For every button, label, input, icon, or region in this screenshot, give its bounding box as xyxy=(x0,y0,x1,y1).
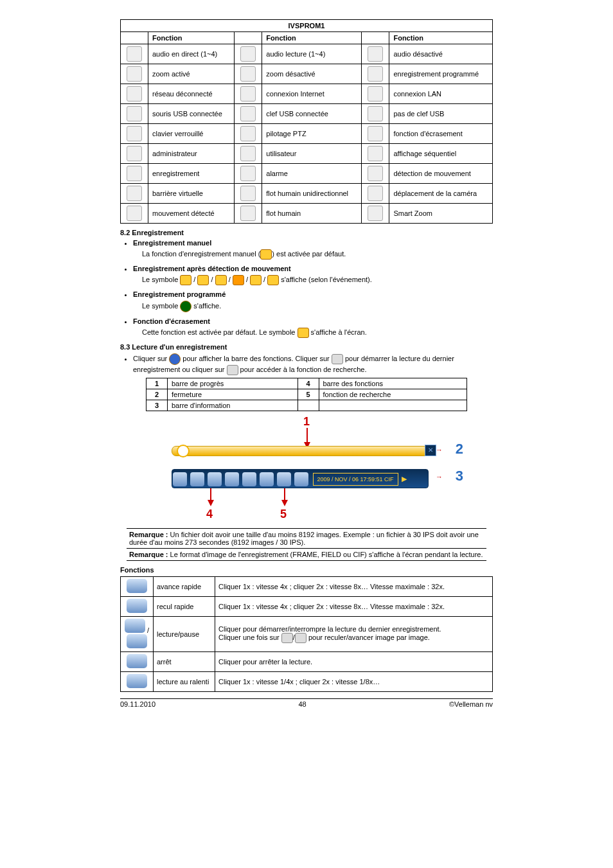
rewind-button[interactable] xyxy=(190,472,204,486)
cell: enregistrement programmé xyxy=(389,64,493,84)
section-8-2-list: Enregistrement manuel La fonction d'enre… xyxy=(120,239,493,338)
func-name: avance rapide xyxy=(154,577,215,597)
func-desc: Cliquer 1x : vitesse 4x ; cliquer 2x : v… xyxy=(215,577,493,597)
camera-move-icon xyxy=(250,275,262,285)
play-icon xyxy=(125,619,145,633)
cell: barrière virtuelle xyxy=(148,184,235,204)
info-bar: 2009 / NOV / 06 17:59:51 CIF xyxy=(313,473,398,486)
footer-page: 48 xyxy=(120,700,493,708)
col-header-1: Fonction xyxy=(148,32,235,44)
skip-back-button[interactable] xyxy=(173,472,187,486)
cell: clef USB connectée xyxy=(262,104,362,124)
footer-copyright: ©Velleman nv xyxy=(449,700,493,708)
cell: connexion LAN xyxy=(389,84,493,104)
rec-motion-body: Le symbole / / / / / s'affiche (selon l'… xyxy=(142,275,493,285)
motion-icon xyxy=(368,166,383,181)
cell: Smart Zoom xyxy=(389,204,493,224)
annotation-5: 5 xyxy=(280,508,287,521)
cell: audio désactivé xyxy=(389,44,493,64)
cell: clavier verrouillé xyxy=(148,124,235,144)
admin-icon xyxy=(127,146,142,161)
cell: audio lecture (1~4) xyxy=(262,44,362,64)
note-1-label: Remarque : xyxy=(129,531,168,538)
col-header-3: Fonction xyxy=(389,32,493,44)
annotation-4: 4 xyxy=(206,508,213,521)
rec-timer-head: Enregistrement programmé xyxy=(133,290,226,298)
func-desc: Cliquer 1x : vitesse 1/4x ; cliquer 2x :… xyxy=(215,672,493,692)
functions-title: Fonctions xyxy=(120,566,493,574)
timer-rec-icon xyxy=(180,301,191,312)
functions-table: avance rapide Cliquer 1x : vitesse 4x ; … xyxy=(120,576,493,692)
flow-oneway-icon xyxy=(240,186,256,201)
usb-mouse-icon xyxy=(127,106,142,121)
overwrite-body: Cette fonction est activée par défaut. L… xyxy=(142,328,493,338)
skip-forward-button[interactable] xyxy=(242,472,256,486)
motion-icon xyxy=(180,275,191,285)
annotation-3: 3 xyxy=(456,468,463,484)
cell: pilotage PTZ xyxy=(262,124,362,144)
search-button[interactable] xyxy=(294,472,308,486)
cell: zoom activé xyxy=(148,64,235,84)
note-1-text: Un fichier doit avoir une taille d'au mo… xyxy=(129,531,479,546)
audio-playback-icon xyxy=(240,46,256,62)
cell: souris USB connectée xyxy=(148,104,235,124)
stop-icon xyxy=(127,654,147,668)
overwrite-icon xyxy=(368,126,383,141)
cell: enregistrement xyxy=(148,164,235,184)
function-bar: 2009 / NOV / 06 17:59:51 CIF ▶ xyxy=(172,469,429,488)
rec-timer-body: Le symbole s'affiche. xyxy=(142,301,493,312)
arrowhead-5 xyxy=(281,500,288,506)
step-forward-icon xyxy=(295,633,306,643)
net-off-icon xyxy=(127,86,142,102)
rec-motion-head: Enregistrement après détection de mouvem… xyxy=(133,265,291,272)
cell: connexion Internet xyxy=(262,84,362,104)
note-2-label: Remarque : xyxy=(129,551,168,558)
fast-forward-button[interactable] xyxy=(225,472,239,486)
progress-bar xyxy=(172,446,429,456)
slow-button[interactable] xyxy=(277,472,291,486)
cell: pas de clef USB xyxy=(389,104,493,124)
play-button[interactable] xyxy=(208,472,222,486)
cell: alarme xyxy=(262,164,362,184)
lan-icon xyxy=(368,86,383,102)
user-icon xyxy=(240,146,256,161)
cell: déplacement de la caméra xyxy=(389,184,493,204)
cell: zoom désactivé xyxy=(262,64,362,84)
play-icon xyxy=(332,354,343,364)
stop-button[interactable] xyxy=(260,472,274,486)
cell: audio en direct (1~4) xyxy=(148,44,235,64)
no-usb-icon xyxy=(368,106,383,121)
func-desc: Cliquer pour arrêter la lecture. xyxy=(215,652,493,672)
page-footer: 09.11.2010 ©Velleman nv 48 xyxy=(120,698,493,708)
cell: affichage séquentiel xyxy=(389,144,493,164)
func-name: arrêt xyxy=(154,652,215,672)
overwrite-icon xyxy=(298,328,309,338)
playback-diagram: 1 ✕ 2009 / NOV / 06 17:59:51 CIF ▶ → 2 xyxy=(146,414,467,523)
annotation-2: 2 xyxy=(456,441,463,457)
section-8-3-list: Cliquer sur pour afficher la barre des f… xyxy=(120,353,493,375)
camera-move-icon xyxy=(368,186,383,201)
flow-icon xyxy=(240,206,256,221)
icon-function-table: IVSPROM1 Fonction Fonction Fonction audi… xyxy=(120,19,493,224)
play-menu-icon xyxy=(169,353,181,365)
fast-forward-icon xyxy=(127,579,147,593)
footer-date: 09.11.2010 xyxy=(120,700,155,708)
audio-live-icon xyxy=(127,46,142,62)
notes-table: Remarque : Un fichier doit avoir une tai… xyxy=(127,528,486,561)
record-icon xyxy=(127,166,142,181)
cell: flot humain xyxy=(262,204,362,224)
note-2-text: Le format d'image de l'enregistrement (F… xyxy=(168,551,483,558)
rec-manual-body: La fonction d'enregistrement manuel () e… xyxy=(142,249,493,260)
cell: administrateur xyxy=(148,144,235,164)
search-icon xyxy=(227,365,238,375)
playback-legend-table: 1 barre de progrès 4 barre des fonctions… xyxy=(146,378,467,411)
cell: réseau déconnecté xyxy=(148,84,235,104)
zoom-off-icon xyxy=(240,66,256,82)
rec-manual-head: Enregistrement manuel xyxy=(133,239,211,247)
func-desc: Cliquer 1x : vitesse 4x ; cliquer 2x : v… xyxy=(215,597,493,617)
func-name: recul rapide xyxy=(154,597,215,617)
smart-zoom-icon xyxy=(368,206,383,221)
section-8-2-title: 8.2 Enregistrement xyxy=(120,229,493,236)
slow-icon xyxy=(127,674,147,688)
arrowhead-4 xyxy=(208,500,214,506)
